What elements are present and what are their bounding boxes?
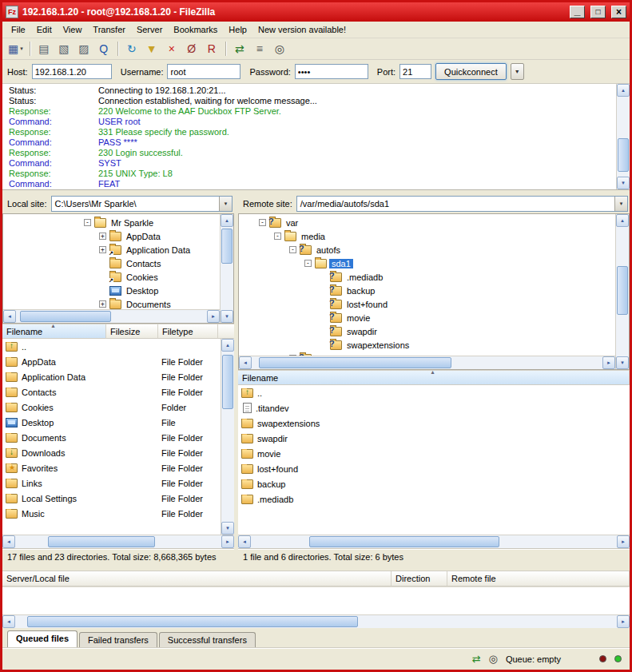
scrollbar-thumb[interactable]	[48, 536, 155, 547]
scroll-arrow-icon[interactable]: ►	[617, 535, 630, 548]
column-header-direction[interactable]: Direction	[392, 571, 447, 587]
file-row-mediadb[interactable]: .mediadb	[238, 491, 630, 507]
scrollbar-track[interactable]	[251, 535, 617, 548]
directory-comparison-status-icon[interactable]: ⇄	[472, 654, 481, 664]
minimize-button[interactable]	[570, 6, 585, 18]
scrollbar-track[interactable]	[617, 97, 630, 177]
chevron-down-icon[interactable]	[219, 197, 232, 211]
toolbar-toggle-message-log-button[interactable]: ▤	[34, 40, 54, 58]
file-row-backup[interactable]: backup	[238, 476, 630, 491]
tree-item-var[interactable]: -var	[239, 216, 615, 229]
scrollbar-track[interactable]	[221, 227, 233, 310]
tree-item-backup[interactable]: backup	[239, 284, 615, 297]
scroll-arrow-icon[interactable]: ◄	[239, 356, 252, 369]
local-tree-horizontal-scrollbar[interactable]: ◄►	[3, 309, 220, 323]
tree-expander-icon[interactable]: -	[259, 219, 266, 226]
close-button[interactable]	[611, 6, 626, 18]
chevron-down-icon[interactable]	[614, 197, 627, 211]
scrollbar-track[interactable]	[16, 310, 207, 323]
scroll-arrow-icon[interactable]: ►	[617, 615, 630, 628]
menu-item-new-version-available[interactable]: New version available!	[252, 22, 352, 37]
tree-item-mr-sparkle[interactable]: -Mr Sparkle	[3, 216, 220, 229]
scrollbar-thumb[interactable]	[221, 229, 233, 264]
file-row-swapdir[interactable]: swapdir	[238, 431, 630, 446]
title-bar[interactable]: Fz 192.168.1.20 - root@192.168.1.20 - Fi…	[2, 2, 630, 22]
tree-item-cookies[interactable]: Cookies	[3, 270, 220, 284]
tree-item-contacts[interactable]: Contacts	[3, 256, 220, 270]
menu-item-server[interactable]: Server	[131, 22, 168, 37]
column-header-remote-file[interactable]: Remote file	[447, 571, 630, 587]
toolbar-site-manager-button[interactable]: ▦▾	[6, 40, 26, 58]
speed-limit-icon[interactable]: ◎	[489, 654, 498, 664]
menu-item-transfer[interactable]: Transfer	[87, 22, 131, 37]
file-row-movie[interactable]: movie	[238, 446, 630, 461]
menu-item-file[interactable]: File	[6, 22, 31, 37]
tab-failed-transfers[interactable]: Failed transfers	[79, 632, 157, 647]
file-row-links[interactable]: LinksFile Folder	[2, 475, 221, 491]
toolbar-cancel-button[interactable]: ×	[162, 40, 181, 58]
local-site-combo[interactable]: C:\Users\Mr Sparkle\	[51, 196, 233, 212]
log-vertical-scrollbar[interactable]: ▲▼	[616, 84, 630, 189]
file-row-appdata[interactable]: AppDataFile Folder	[2, 354, 221, 369]
scrollbar-track[interactable]	[252, 356, 602, 369]
file-row-documents[interactable]: DocumentsFile Folder	[2, 430, 221, 445]
toolbar-find-files-button[interactable]: ◎	[270, 40, 289, 58]
scroll-arrow-icon[interactable]: ▲	[616, 214, 629, 227]
toolbar-filter-button[interactable]: ▼	[142, 40, 161, 58]
queue-splitter[interactable]	[2, 564, 630, 571]
port-input[interactable]	[399, 64, 431, 79]
remote-list-horizontal-scrollbar[interactable]: ◄►	[238, 535, 630, 548]
scroll-arrow-icon[interactable]: ▲	[617, 84, 630, 97]
tree-item-appdata[interactable]: +AppData	[3, 229, 220, 243]
scroll-arrow-icon[interactable]: ▼	[616, 356, 629, 369]
toolbar-synchronized-browsing-button[interactable]: ≡	[250, 40, 269, 58]
menu-item-edit[interactable]: Edit	[31, 22, 58, 37]
file-row-swapextensions[interactable]: swapextensions	[238, 416, 630, 431]
scrollbar-track[interactable]	[616, 227, 629, 356]
scroll-arrow-icon[interactable]: ◄	[2, 615, 15, 628]
scroll-arrow-icon[interactable]: ▲	[221, 339, 234, 352]
username-input[interactable]	[167, 64, 240, 79]
local-list-horizontal-scrollbar[interactable]: ◄►	[2, 535, 234, 548]
tree-expander-icon[interactable]: +	[99, 233, 106, 240]
menu-item-bookmarks[interactable]: Bookmarks	[168, 22, 223, 37]
scrollbar-thumb[interactable]	[309, 536, 499, 547]
toolbar-disconnect-button[interactable]: Ø	[182, 40, 201, 58]
tree-item-media[interactable]: -media	[239, 229, 615, 243]
scrollbar-thumb[interactable]	[20, 311, 112, 322]
queue-horizontal-scrollbar[interactable]: ◄►	[2, 614, 630, 628]
tree-item-sda1[interactable]: -sda1	[239, 256, 615, 270]
scrollbar-thumb[interactable]	[27, 616, 358, 627]
remote-tree-vertical-scrollbar[interactable]: ▲▼	[615, 214, 629, 369]
tree-item-autofs[interactable]: -autofs	[239, 243, 615, 256]
tree-expander-icon[interactable]: +	[99, 300, 106, 308]
local-tree-vertical-scrollbar[interactable]: ▲▼	[220, 214, 233, 323]
remote-site-combo[interactable]: /var/media/autofs/sda1	[296, 196, 628, 212]
toolbar-toggle-queue-button[interactable]: Q	[94, 40, 113, 58]
tree-item-swapdir[interactable]: swapdir	[239, 324, 615, 338]
scrollbar-thumb[interactable]	[222, 355, 233, 409]
column-header-server-local-file[interactable]: Server/Local file	[2, 571, 392, 587]
toolbar-directory-comparison-button[interactable]: ⇄	[230, 40, 249, 58]
tree-item-application-data[interactable]: +Application Data	[3, 243, 220, 256]
tab-queued-files[interactable]: Queued files	[7, 630, 78, 647]
file-row-cookies[interactable]: CookiesFolder	[2, 400, 221, 415]
file-row-titandev[interactable]: .titandev	[238, 400, 630, 416]
file-row-music[interactable]: MusicFile Folder	[2, 506, 221, 521]
scrollbar-thumb[interactable]	[618, 138, 629, 172]
file-row-local-settings[interactable]: Local SettingsFile Folder	[2, 491, 221, 506]
file-row-downloads[interactable]: DownloadsFile Folder	[2, 445, 221, 460]
toolbar-reconnect-button[interactable]: R	[202, 40, 221, 58]
file-row-item[interactable]: ..	[238, 385, 630, 400]
menu-item-view[interactable]: View	[58, 22, 88, 37]
local-list-vertical-scrollbar[interactable]: ▲▼	[221, 339, 234, 535]
host-input[interactable]	[32, 64, 112, 79]
file-row-desktop[interactable]: DesktopFile	[2, 415, 221, 430]
scroll-arrow-icon[interactable]: ▼	[221, 310, 233, 323]
scroll-arrow-icon[interactable]: ◄	[3, 310, 16, 323]
scrollbar-track[interactable]	[15, 535, 221, 548]
remote-tree-horizontal-scrollbar[interactable]: ◄►	[239, 356, 615, 369]
toolbar-toggle-local-tree-button[interactable]: ▧	[54, 40, 74, 58]
file-row-lost-found[interactable]: lost+found	[238, 461, 630, 476]
scroll-arrow-icon[interactable]: ◄	[238, 535, 251, 548]
